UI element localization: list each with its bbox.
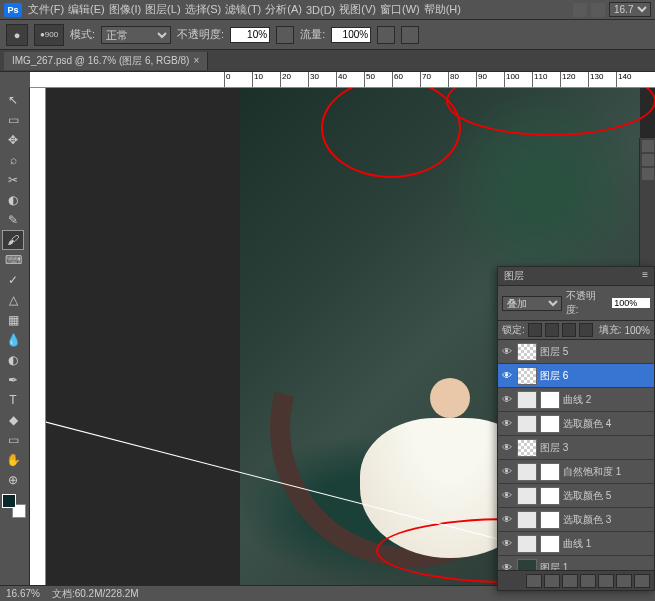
- layer-thumb[interactable]: [517, 511, 537, 529]
- panel-menu-icon[interactable]: ≡: [642, 269, 648, 283]
- foreground-color[interactable]: [2, 494, 16, 508]
- layer-row[interactable]: 👁图层 5: [498, 340, 654, 364]
- lock-transparency-icon[interactable]: [528, 323, 542, 337]
- visibility-icon[interactable]: 👁: [500, 465, 514, 479]
- brush-preset[interactable]: ● 900: [34, 24, 64, 46]
- wand-tool[interactable]: ⌕: [2, 150, 24, 170]
- layer-mask-thumb[interactable]: [540, 535, 560, 553]
- history-brush-tool[interactable]: ✓: [2, 270, 24, 290]
- layer-thumb[interactable]: [517, 439, 537, 457]
- layer-thumb[interactable]: [517, 487, 537, 505]
- tablet-pressure-icon[interactable]: [401, 26, 419, 44]
- tool-preset-icon[interactable]: ●: [6, 24, 28, 46]
- layer-group-icon[interactable]: [598, 574, 614, 588]
- menu-select[interactable]: 选择(S): [185, 2, 222, 17]
- document-tab[interactable]: IMG_267.psd @ 16.7% (图层 6, RGB/8) ×: [4, 52, 208, 70]
- zoom-select[interactable]: 16.7: [609, 2, 651, 17]
- shape-tool[interactable]: ▭: [2, 430, 24, 450]
- pen-tool[interactable]: ✒: [2, 370, 24, 390]
- menu-window[interactable]: 窗口(W): [380, 2, 420, 17]
- layer-row[interactable]: 👁选取颜色 5: [498, 484, 654, 508]
- dodge-tool[interactable]: ◐: [2, 350, 24, 370]
- layer-row[interactable]: 👁图层 3: [498, 436, 654, 460]
- color-swatches[interactable]: [2, 494, 26, 518]
- visibility-icon[interactable]: 👁: [500, 393, 514, 407]
- blur-tool[interactable]: 💧: [2, 330, 24, 350]
- layer-thumb[interactable]: [517, 559, 537, 571]
- opacity-pressure-icon[interactable]: [276, 26, 294, 44]
- menu-layer[interactable]: 图层(L): [145, 2, 180, 17]
- layer-fx-icon[interactable]: [544, 574, 560, 588]
- menu-view[interactable]: 视图(V): [339, 2, 376, 17]
- layer-name[interactable]: 自然饱和度 1: [563, 465, 621, 479]
- layer-name[interactable]: 选取颜色 5: [563, 489, 611, 503]
- layer-thumb[interactable]: [517, 391, 537, 409]
- lasso-tool[interactable]: ✥: [2, 130, 24, 150]
- panel-tab[interactable]: 图层 ≡: [498, 267, 654, 286]
- menu-image[interactable]: 图像(I): [109, 2, 141, 17]
- layer-thumb[interactable]: [517, 367, 537, 385]
- eraser-tool[interactable]: △: [2, 290, 24, 310]
- layer-name[interactable]: 曲线 2: [563, 393, 591, 407]
- zoom-readout[interactable]: 16.67%: [6, 588, 40, 599]
- menu-filter[interactable]: 滤镜(T): [225, 2, 261, 17]
- menu-3d[interactable]: 3D(D): [306, 4, 335, 16]
- layer-row[interactable]: 👁自然饱和度 1: [498, 460, 654, 484]
- layer-name[interactable]: 选取颜色 4: [563, 417, 611, 431]
- lock-pixels-icon[interactable]: [545, 323, 559, 337]
- link-layers-icon[interactable]: [526, 574, 542, 588]
- visibility-icon[interactable]: 👁: [500, 345, 514, 359]
- stamp-tool[interactable]: ⌨: [2, 250, 24, 270]
- delete-layer-icon[interactable]: [634, 574, 650, 588]
- layer-name[interactable]: 选取颜色 3: [563, 513, 611, 527]
- screen-mode-icon[interactable]: [573, 3, 587, 17]
- layer-thumb[interactable]: [517, 463, 537, 481]
- fill-input[interactable]: 100%: [624, 325, 650, 336]
- blend-mode-select[interactable]: 正常: [101, 26, 171, 44]
- layer-mask-thumb[interactable]: [540, 487, 560, 505]
- layer-row[interactable]: 👁曲线 2: [498, 388, 654, 412]
- layer-thumb[interactable]: [517, 535, 537, 553]
- airbrush-icon[interactable]: [377, 26, 395, 44]
- eyedropper-tool[interactable]: ◐: [2, 190, 24, 210]
- tab-close-icon[interactable]: ×: [193, 55, 199, 66]
- layer-row[interactable]: 👁图层 1: [498, 556, 654, 570]
- new-layer-icon[interactable]: [616, 574, 632, 588]
- path-tool[interactable]: ◆: [2, 410, 24, 430]
- heal-tool[interactable]: ✎: [2, 210, 24, 230]
- hand-tool[interactable]: ✋: [2, 450, 24, 470]
- flow-input[interactable]: 100%: [331, 27, 371, 43]
- layer-thumb[interactable]: [517, 415, 537, 433]
- marquee-tool[interactable]: ▭: [2, 110, 24, 130]
- layer-name[interactable]: 曲线 1: [563, 537, 591, 551]
- layer-row[interactable]: 👁图层 6: [498, 364, 654, 388]
- layer-opacity-input[interactable]: 100%: [612, 298, 650, 308]
- dock-panel-icon[interactable]: [642, 168, 654, 180]
- gradient-tool[interactable]: ▦: [2, 310, 24, 330]
- layer-mask-thumb[interactable]: [540, 415, 560, 433]
- layer-mask-thumb[interactable]: [540, 463, 560, 481]
- visibility-icon[interactable]: 👁: [500, 513, 514, 527]
- visibility-icon[interactable]: 👁: [500, 537, 514, 551]
- menu-edit[interactable]: 编辑(E): [68, 2, 105, 17]
- layer-row[interactable]: 👁曲线 1: [498, 532, 654, 556]
- layer-blend-select[interactable]: 叠加: [502, 296, 562, 311]
- adjustment-layer-icon[interactable]: [580, 574, 596, 588]
- layer-name[interactable]: 图层 1: [540, 561, 568, 571]
- doc-info[interactable]: 文档:60.2M/228.2M: [52, 587, 139, 601]
- dock-panel-icon[interactable]: [642, 140, 654, 152]
- layer-mask-thumb[interactable]: [540, 391, 560, 409]
- lock-all-icon[interactable]: [579, 323, 593, 337]
- layer-name[interactable]: 图层 3: [540, 441, 568, 455]
- menu-help[interactable]: 帮助(H): [424, 2, 461, 17]
- visibility-icon[interactable]: 👁: [500, 417, 514, 431]
- layer-row[interactable]: 👁选取颜色 3: [498, 508, 654, 532]
- layer-mask-thumb[interactable]: [540, 511, 560, 529]
- crop-tool[interactable]: ✂: [2, 170, 24, 190]
- visibility-icon[interactable]: 👁: [500, 489, 514, 503]
- lock-position-icon[interactable]: [562, 323, 576, 337]
- layer-row[interactable]: 👁选取颜色 4: [498, 412, 654, 436]
- dock-panel-icon[interactable]: [642, 154, 654, 166]
- visibility-icon[interactable]: 👁: [500, 369, 514, 383]
- brush-tool[interactable]: 🖌: [2, 230, 24, 250]
